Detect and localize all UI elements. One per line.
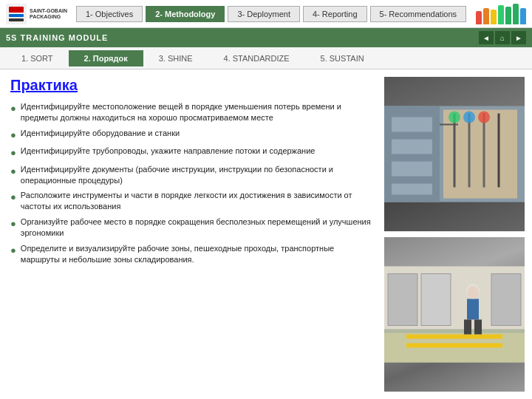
sub-tab-sustain[interactable]: 5. SUSTAIN [305,50,380,66]
svg-rect-25 [467,299,479,320]
sub-tab-sort[interactable]: 1. SORT [6,50,69,66]
svg-point-13 [478,112,490,123]
svg-rect-26 [464,320,471,335]
svg-rect-16 [392,140,432,154]
bullet-item-3: ●Идентифицируйте документы (рабочие инст… [10,164,374,186]
bullet-item-5: ●Организуйте рабочее место в порядке сок… [10,216,374,239]
bullet-item-4: ●Расположите инструменты и части в поряд… [10,190,374,212]
bullet-text-4: Расположите инструменты и части в порядк… [21,190,374,212]
bullet-item-1: ●Идентифицируйте оборудование и станки [10,128,374,142]
text-area: Практика ●Идентифицируйте местоположение… [10,77,374,392]
training-bar: 5S TRAINING MODULE ◄ ⌂ ► [0,28,532,47]
bullet-item-6: ●Определите и визуализируйте рабочие зон… [10,243,374,265]
bullet-text-6: Определите и визуализируйте рабочие зоны… [21,243,374,265]
home-button[interactable]: ⌂ [495,31,510,44]
section-title: Практика [10,77,374,94]
svg-rect-29 [388,274,417,326]
images-area [384,77,525,392]
sub-tab-shine[interactable]: 3. SHINE [143,50,208,66]
bottles-decoration [476,4,526,24]
bullet-item-2: ●Идентифицируйте трубопроводы, укажите н… [10,146,374,160]
header: SAINT-GOBAIN PACKAGING 1- Objectives2- M… [0,0,532,28]
bullet-text-1: Идентифицируйте оборудование и станки [21,128,180,139]
svg-rect-2 [9,14,24,17]
bullet-icon-2: ● [10,146,16,160]
prev-button[interactable]: ◄ [479,31,494,44]
bullet-icon-3: ● [10,165,16,178]
svg-point-11 [449,112,460,123]
nav-tab-reporting[interactable]: 4- Reporting [303,6,367,22]
bullet-text-5: Организуйте рабочее место в порядке сокр… [21,216,374,239]
logo-text: SAINT-GOBAIN PACKAGING [30,8,67,19]
bullet-icon-1: ● [10,129,16,142]
warehouse-image [384,237,525,392]
tools-image [384,77,525,231]
photo-top [384,77,525,231]
photo-bottom [384,237,525,392]
logo-area: SAINT-GOBAIN PACKAGING [6,4,67,24]
sub-tab-poryadok[interactable]: 2. Порядок [69,50,143,66]
bullet-icon-6: ● [10,244,16,257]
nav-tab-deployment[interactable]: 3- Deployment [228,6,300,22]
bullet-list: ●Идентифицируйте местоположение вещей в … [10,101,374,265]
bullet-text-0: Идентифицируйте местоположение вещей в п… [21,101,374,123]
svg-rect-22 [406,344,502,348]
next-button[interactable]: ► [511,31,526,44]
bullet-icon-0: ● [10,102,16,115]
svg-point-12 [463,112,475,123]
bullet-text-2: Идентифицируйте трубопроводы, укажите на… [21,146,316,157]
svg-rect-30 [421,274,451,326]
training-bar-label: 5S TRAINING MODULE [6,33,108,42]
sub-tab-standardize[interactable]: 4. STANDARDIZE [208,50,305,66]
nav-tab-objectives[interactable]: 1- Objectives [76,6,143,22]
svg-rect-27 [474,320,482,335]
bullet-item-0: ●Идентифицируйте местоположение вещей в … [10,101,374,123]
logo-icon [6,4,27,24]
svg-rect-17 [392,162,432,177]
bullet-icon-4: ● [10,191,16,204]
svg-rect-3 [9,18,24,21]
svg-rect-15 [392,117,432,132]
svg-rect-31 [491,274,521,326]
svg-rect-18 [392,184,432,195]
svg-rect-1 [9,7,24,13]
nav-tab-recommendations[interactable]: 5- Recommendations [370,6,467,22]
bullet-text-3: Идентифицируйте документы (рабочие инстр… [21,164,374,186]
nav-tab-methodology[interactable]: 2- Methodology [146,6,225,22]
sub-nav: 1. SORT2. Порядок3. SHINE4. STANDARDIZE5… [0,47,532,69]
svg-rect-21 [406,335,502,339]
top-nav: 1- Objectives2- Methodology3- Deployment… [76,6,470,22]
main-content: Практика ●Идентифицируйте местоположение… [0,69,532,399]
bullet-icon-5: ● [10,217,16,231]
nav-arrows: ◄ ⌂ ► [479,31,526,44]
svg-point-28 [466,284,480,299]
